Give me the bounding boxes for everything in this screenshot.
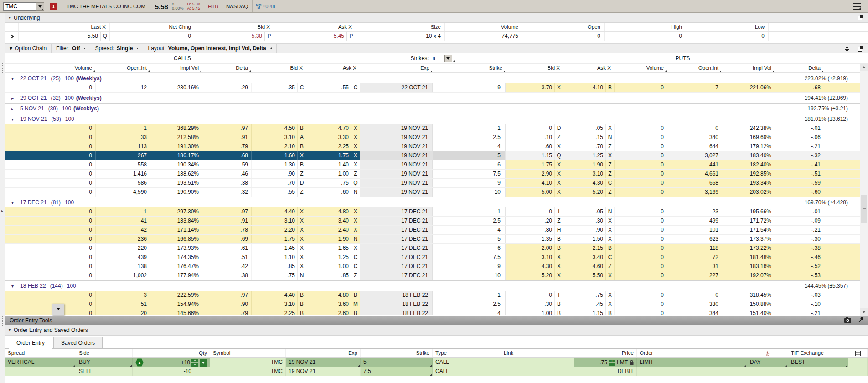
- call-implvol-cell[interactable]: 222.59%: [150, 291, 202, 300]
- call-openint-cell[interactable]: 33: [95, 133, 150, 142]
- qty-dropdown-button[interactable]: [200, 359, 207, 367]
- call-delta-cell[interactable]: .38: [202, 271, 251, 280]
- call-bid-cell[interactable]: 1.60X: [251, 151, 306, 160]
- call-delta-cell[interactable]: .61: [202, 244, 251, 253]
- call-delta-cell[interactable]: .32: [202, 188, 251, 197]
- put-implvol-header[interactable]: Impl Vol: [722, 64, 775, 72]
- strike-cell[interactable]: 5: [433, 235, 506, 243]
- put-implvol-cell[interactable]: 195.66%: [722, 207, 775, 216]
- call-openint-cell[interactable]: 42: [95, 226, 150, 234]
- put-volume-cell[interactable]: 0: [614, 262, 667, 271]
- put-delta-cell[interactable]: -.30: [775, 235, 824, 243]
- put-ask-cell[interactable]: .05X: [563, 124, 614, 133]
- call-ask-cell[interactable]: 4.80X: [306, 207, 360, 216]
- put-implvol-cell[interactable]: 221.06%: [722, 83, 775, 92]
- strike-cell[interactable]: 9: [433, 262, 506, 271]
- call-bid-header[interactable]: Bid X: [251, 64, 306, 72]
- call-delta-cell[interactable]: .68: [202, 151, 251, 160]
- call-volume-cell[interactable]: 0: [18, 262, 95, 271]
- call-delta-cell[interactable]: .59: [202, 160, 251, 169]
- put-openint-header[interactable]: Open.Int: [667, 64, 722, 72]
- put-ask-cell[interactable]: .70Z: [563, 142, 614, 151]
- exp-cell[interactable]: 19 NOV 21: [360, 160, 433, 169]
- put-implvol-cell[interactable]: 318.45%: [722, 291, 775, 300]
- call-bid-cell[interactable]: .70D: [251, 179, 306, 187]
- exp-cell[interactable]: 19 NOV 21: [286, 367, 361, 376]
- link-cell[interactable]: [501, 358, 574, 367]
- put-openint-cell[interactable]: 101: [667, 226, 722, 234]
- hdr-order-settings[interactable]: [848, 349, 868, 357]
- put-delta-cell[interactable]: -.32: [775, 151, 824, 160]
- chevron-down-icon[interactable]: ▾: [9, 15, 11, 20]
- call-delta-cell[interactable]: .38: [202, 179, 251, 187]
- put-volume-cell[interactable]: 0: [614, 124, 667, 133]
- call-implvol-cell[interactable]: 212.58%: [150, 133, 202, 142]
- call-volume-cell[interactable]: 0: [18, 271, 95, 280]
- col-low[interactable]: Low: [686, 23, 769, 31]
- splitter-arrow-icon[interactable]: ▸: [1, 209, 3, 213]
- open-cell[interactable]: 0: [522, 32, 604, 41]
- put-volume-header[interactable]: Volume: [614, 64, 667, 72]
- put-implvol-cell[interactable]: 181.48%: [722, 253, 775, 262]
- put-ask-cell[interactable]: 3.40C: [563, 253, 614, 262]
- strike-cell[interactable]: 10: [433, 271, 506, 280]
- left-splitter-rail[interactable]: ▸: [0, 13, 5, 383]
- exp-cell[interactable]: 17 DEC 21: [360, 271, 433, 280]
- chain-scrollbar[interactable]: [860, 63, 868, 316]
- call-volume-cell[interactable]: 0: [18, 124, 95, 133]
- call-bid-cell[interactable]: 3.10A: [251, 133, 306, 142]
- snapshot-camera-icon[interactable]: [844, 317, 851, 323]
- strike-cell[interactable]: 7.5: [361, 367, 433, 376]
- call-delta-cell[interactable]: .51: [202, 253, 251, 262]
- underlying-section-header[interactable]: ▾ Underlying: [5, 13, 868, 23]
- put-ask-cell[interactable]: .15N: [563, 133, 614, 142]
- put-openint-cell[interactable]: 7: [667, 83, 722, 92]
- call-volume-cell[interactable]: 0: [18, 142, 95, 151]
- put-delta-cell[interactable]: -.06: [775, 133, 824, 142]
- price-stepper-icon[interactable]: +−: [609, 360, 615, 366]
- type-cell[interactable]: CALL: [433, 358, 501, 367]
- exp-cell[interactable]: 17 DEC 21: [360, 217, 433, 225]
- call-implvol-cell[interactable]: 190.90%: [150, 188, 202, 197]
- strike-cell[interactable]: 2.5: [433, 217, 506, 225]
- call-volume-cell[interactable]: 0: [18, 83, 95, 92]
- high-cell[interactable]: 0: [604, 32, 686, 41]
- menu-icon[interactable]: [853, 3, 861, 10]
- put-delta-cell[interactable]: -.01: [775, 124, 824, 133]
- filter-control[interactable]: Filter:Off: [52, 44, 90, 53]
- tab-saved-orders[interactable]: Saved Orders: [53, 337, 103, 348]
- pin-icon[interactable]: [858, 317, 864, 323]
- exp-cell[interactable]: 18 FEB 22: [360, 300, 433, 309]
- size-cell[interactable]: 10 x 4: [356, 32, 445, 41]
- row-settings-cell[interactable]: [848, 367, 868, 376]
- call-openint-cell[interactable]: 3: [95, 291, 150, 300]
- put-volume-cell[interactable]: 0: [614, 133, 667, 142]
- put-bid-header[interactable]: Bid X: [506, 64, 563, 72]
- detach-icon[interactable]: [858, 46, 863, 52]
- call-openint-cell[interactable]: 558: [95, 160, 150, 169]
- put-volume-cell[interactable]: 0: [614, 160, 667, 169]
- put-ask-cell[interactable]: 4.60Z: [563, 262, 614, 271]
- put-bid-cell[interactable]: .30B: [506, 300, 563, 309]
- put-implvol-cell[interactable]: 179.12%: [722, 142, 775, 151]
- call-implvol-cell[interactable]: 190.34%: [150, 160, 202, 169]
- put-ask-cell[interactable]: 3.10Z: [563, 170, 614, 178]
- put-delta-cell[interactable]: -.03: [775, 291, 824, 300]
- call-delta-cell[interactable]: .46: [202, 170, 251, 178]
- put-implvol-cell[interactable]: 192.07%: [722, 271, 775, 280]
- put-ask-header[interactable]: Ask X: [563, 64, 614, 72]
- call-delta-cell[interactable]: .79: [202, 309, 251, 315]
- chevron-down-icon[interactable]: ▾: [11, 117, 16, 122]
- put-volume-cell[interactable]: 0: [614, 226, 667, 234]
- put-openint-cell[interactable]: 118: [667, 244, 722, 253]
- scrollbar-thumb[interactable]: [861, 195, 867, 223]
- expiration-group-header[interactable]: ▾18 FEB 22(144)100144.45% (±5.357): [5, 280, 860, 291]
- call-delta-cell[interactable]: .90: [202, 300, 251, 309]
- spread-control[interactable]: Spread:Single: [90, 44, 143, 53]
- col-last[interactable]: Last X: [19, 23, 110, 31]
- exp-cell[interactable]: 17 DEC 21: [360, 253, 433, 262]
- call-openint-cell[interactable]: 1,416: [95, 170, 150, 178]
- put-openint-cell[interactable]: 4,661: [667, 170, 722, 178]
- chevron-down-icon[interactable]: ▾: [9, 327, 11, 332]
- call-ask-cell[interactable]: .60N: [306, 188, 360, 197]
